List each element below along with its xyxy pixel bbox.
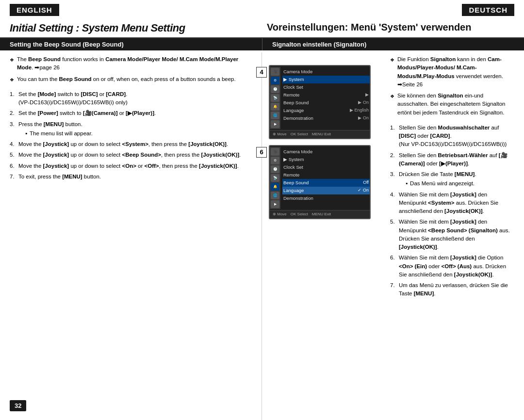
right-step-num-1: 1. [390, 124, 399, 149]
menu-icons-col-4: 🎥 ⚙ 🕐 📡 🔔 🌐 ▶ [270, 67, 280, 129]
right-step-content-6: Wählen Sie mit dem [Joystick] die Option… [399, 254, 514, 279]
right-step-content-7: Um das Menü zu verlassen, drücken Sie di… [399, 281, 514, 298]
menu-row-camera-mode-6: Camera Mode [282, 148, 370, 156]
icon-clk-6: 🕐 [271, 165, 279, 173]
screenshot-4-wrap: 4 🎥 ⚙ 🕐 📡 🔔 🌐 [269, 65, 385, 139]
right-step-num-7: 7. [390, 281, 399, 298]
bullet-sym-2: ❖ [10, 75, 14, 83]
menu-row-remote-4: Remote▶ [282, 91, 370, 99]
left-step-2: 2. Set the [Power] switch to [🎥(Camera)]… [10, 109, 252, 117]
menu-row-clock-4: Clock Set [282, 83, 370, 91]
page: ENGLISH DEUTSCH Initial Setting : System… [0, 0, 524, 420]
step-num-1: 1. [10, 90, 18, 107]
left-bullet-2-text: You can turn the Beep Sound on or off, w… [17, 75, 236, 83]
step-content-3: Press the [MENU] button. ▪ The menu list… [18, 120, 252, 138]
right-step-content-5: Wählen Sie mit dem [Joystick] den Menüpu… [399, 218, 514, 251]
deutsch-badge: DEUTSCH [462, 4, 514, 16]
menu-row-remote-6: Remote [282, 171, 370, 179]
left-bullet-1-text: The Beep Sound function works in Camera … [17, 55, 252, 72]
menu-icons-col-6: 🎥 ⚙ 🕐 📡 🔔 🌐 ▶ [270, 147, 280, 209]
left-step-7: 7. To exit, press the [MENU] button. [10, 173, 252, 181]
icon-lng-6: 🌐 [271, 192, 279, 199]
right-step-num-6: 6. [390, 254, 399, 279]
right-step-num-2: 2. [390, 151, 399, 168]
right-step-num-3: 3. [390, 170, 399, 188]
section-header-left: Setting the Beep Sound (Beep Sound) [0, 38, 262, 50]
step-content-5: Move the [Joystick] up or down to select… [18, 151, 252, 159]
menu-row-system-6: ▶ System [282, 156, 370, 163]
left-step-6: 6. Move the [Joystick] up or down to sel… [10, 162, 252, 170]
icon-bep: 🔔 [271, 103, 279, 111]
icon-rem: 📡 [271, 94, 279, 102]
right-step-2: 2. Stellen Sie den Betriebsart-Wähler au… [390, 151, 514, 168]
icon-lng: 🌐 [271, 112, 279, 119]
right-sub-bullet-3: ▪ Das Menü wird angezeigt. [406, 179, 514, 188]
step-content-1: Set the [Mode] switch to [DISC] or [CARD… [18, 90, 252, 107]
icon-rem-6: 📡 [271, 174, 279, 182]
right-step-content-3: Drücken Sie die Taste [MENU]. ▪ Das Menü… [399, 170, 514, 188]
icon-dem: ▶ [271, 120, 279, 128]
menu-row-lang-6: Language✓ On [282, 187, 370, 194]
right-step-6: 6. Wählen Sie mit dem [Joystick] die Opt… [390, 254, 514, 279]
page-number: 32 [10, 400, 26, 411]
screenshot-6-wrap: 6 🎥 ⚙ 🕐 📡 🔔 🌐 [269, 145, 385, 219]
menu-items-area-6: 🎥 ⚙ 🕐 📡 🔔 🌐 ▶ Camera Mode [270, 146, 371, 210]
sub-bullet-3: ▪ The menu list will appear. [25, 129, 252, 138]
right-bullet-sym-1: ❖ [390, 55, 394, 89]
menu-screen-6-inner: 🎥 ⚙ 🕐 📡 🔔 🌐 ▶ Camera Mode [270, 146, 371, 218]
menu-text-col-6: Camera Mode ▶ System Clock Set Remote Be… [280, 147, 371, 209]
title-left: Initial Setting : System Menu Setting [10, 22, 262, 34]
right-steps: ❖ Die Funktion Signalton kann in den Cam… [390, 55, 514, 298]
menu-row-lang-4: Language▶ English [282, 107, 370, 114]
section-headers: Setting the Beep Sound (Beep Sound) Sign… [0, 38, 524, 50]
menu-row-beep-4: Beep Sound▶ On [282, 99, 370, 107]
right-step-content-2: Stellen Sie den Betriebsart-Wähler auf [… [399, 151, 514, 168]
screen-label-4: 4 [256, 67, 267, 78]
menu-screen-4-inner: 🎥 ⚙ 🕐 📡 🔔 🌐 ▶ Camera Mode [270, 66, 371, 138]
step-num-3: 3. [10, 120, 18, 138]
step-content-6: Move the [Joystick] up or down to select… [18, 162, 252, 170]
menu-row-demo-6: Demonstration [282, 194, 370, 202]
right-step-content-1: Stellen Sie den Moduswahlschalter auf [D… [399, 124, 514, 149]
left-column: ❖ The Beep Sound function works in Camer… [0, 52, 262, 420]
main-title-row: Initial Setting : System Menu Setting Vo… [0, 20, 524, 38]
left-step-3: 3. Press the [MENU] button. ▪ The menu l… [10, 120, 252, 138]
step-num-5: 5. [10, 151, 18, 159]
menu-items-area-4: 🎥 ⚙ 🕐 📡 🔔 🌐 ▶ Camera Mode [270, 66, 371, 130]
menu-row-beep-6: Beep SoundOff [282, 179, 370, 187]
menu-screen-6: 🎥 ⚙ 🕐 📡 🔔 🌐 ▶ Camera Mode [269, 145, 371, 219]
menu-row-system-4: ▶ System [282, 76, 370, 83]
menu-nav-bar-4: ⊕ Move OK Select MENU Exit [270, 130, 371, 138]
menu-nav-bar-6: ⊕ Move OK Select MENU Exit [270, 210, 371, 218]
step-num-6: 6. [10, 162, 18, 170]
step-num-4: 4. [10, 140, 18, 148]
right-bullet-sym-2: ❖ [390, 92, 394, 117]
left-bullet-1: ❖ The Beep Sound function works in Camer… [10, 55, 252, 72]
icon-bep-6: 🔔 [271, 183, 279, 191]
right-step-1: 1. Stellen Sie den Moduswahlschalter auf… [390, 124, 514, 149]
step-content-4: Move the [Joystick] up or down to select… [18, 140, 252, 148]
right-step-content-4: Wählen Sie mit dem [Joystick] den Menüpu… [399, 191, 514, 216]
right-bullet-2: ❖ Sie können den Signalton ein-und aussc… [390, 92, 514, 117]
menu-row-demo-4: Demonstration▶ On [282, 114, 370, 122]
right-column: 4 🎥 ⚙ 🕐 📡 🔔 🌐 [262, 52, 524, 420]
right-step-num-5: 5. [390, 218, 399, 251]
english-badge: ENGLISH [10, 4, 59, 16]
menu-row-camera-mode-4: Camera Mode [282, 68, 370, 76]
right-step-5: 5. Wählen Sie mit dem [Joystick] den Men… [390, 218, 514, 251]
right-step-4: 4. Wählen Sie mit dem [Joystick] den Men… [390, 191, 514, 216]
icon-clk: 🕐 [271, 85, 279, 93]
left-step-4: 4. Move the [Joystick] up or down to sel… [10, 140, 252, 148]
left-bullet-2: ❖ You can turn the Beep Sound on or off,… [10, 75, 252, 83]
right-step-3: 3. Drücken Sie die Taste [MENU]. ▪ Das M… [390, 170, 514, 188]
menu-screen-4: 🎥 ⚙ 🕐 📡 🔔 🌐 ▶ Camera Mode [269, 65, 371, 139]
right-bullet-1-text: Die Funktion Signalton kann in den Cam-M… [397, 55, 514, 89]
title-right: Voreinstellungen: Menü 'System' verwende… [262, 22, 514, 34]
right-step-num-4: 4. [390, 191, 399, 216]
menu-text-col-4: Camera Mode ▶ System Clock Set Remote▶ B… [280, 67, 371, 129]
icon-sys-6: ⚙ [271, 157, 279, 164]
step-content-2: Set the [Power] switch to [🎥(Camera)] or… [18, 109, 252, 117]
screen-label-6: 6 [256, 147, 267, 158]
icon-dem-6: ▶ [271, 200, 279, 208]
right-bullet-1: ❖ Die Funktion Signalton kann in den Cam… [390, 55, 514, 89]
